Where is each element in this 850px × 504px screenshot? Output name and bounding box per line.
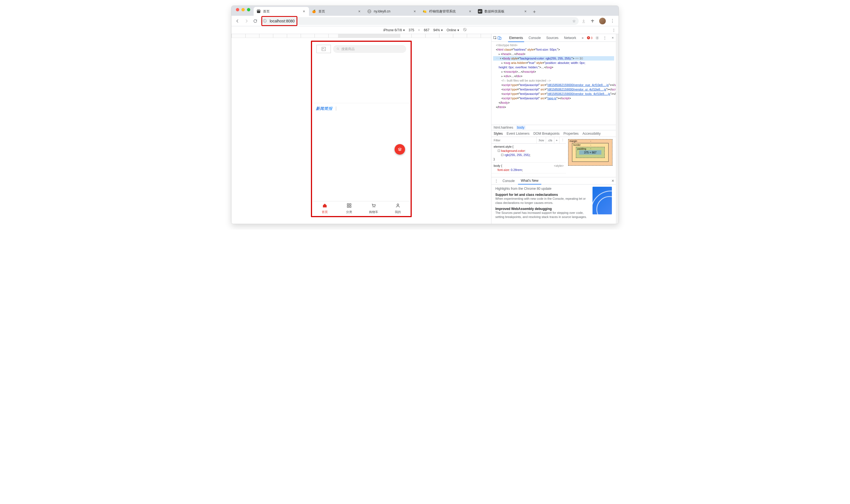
svg-line-11 xyxy=(339,50,340,50)
browser-tab-3[interactable]: 🍋 柠柚情趣管理系统 × xyxy=(420,7,475,16)
reload-button[interactable] xyxy=(251,17,259,25)
dom-node[interactable]: <!doctype html> xyxy=(493,43,614,47)
close-tab-icon[interactable]: × xyxy=(523,9,528,14)
dom-node-selected[interactable]: ⋯ ▾<body style="background-color: rgb(25… xyxy=(493,56,614,60)
browser-tab-4[interactable]: BT 数据科技面板 × xyxy=(475,7,531,16)
drawer-menu-icon[interactable]: ⋮ xyxy=(493,178,499,184)
svg-point-16 xyxy=(373,206,373,207)
dom-node[interactable]: ▸<head>…</head> xyxy=(493,52,614,56)
styles-menu-icon[interactable]: ⋮ xyxy=(559,137,566,143)
tab-title: 首页 xyxy=(263,9,299,14)
browser-tab-0[interactable]: 首页 × xyxy=(254,7,309,16)
close-window-icon[interactable] xyxy=(236,8,239,11)
subtab-styles[interactable]: Styles xyxy=(494,132,503,136)
subtab-listeners[interactable]: Event Listeners xyxy=(507,132,530,136)
maximize-window-icon[interactable] xyxy=(247,8,250,11)
browser-tab-2[interactable]: ny.ldey8.cn × xyxy=(364,7,420,16)
close-drawer-icon[interactable]: × xyxy=(612,178,614,183)
styles-filter-input[interactable] xyxy=(491,139,536,142)
svg-rect-21 xyxy=(500,37,501,39)
dom-node[interactable]: <script type="text/javascript" src="/dll… xyxy=(493,87,614,92)
close-devtools-icon[interactable]: × xyxy=(610,35,616,41)
dom-breadcrumb: html.hairlines body xyxy=(491,125,616,130)
inspect-element-icon[interactable] xyxy=(493,35,497,41)
dom-node[interactable]: ▸<svg aria-hidden="true" style="position… xyxy=(493,60,614,65)
error-count-badge[interactable]: ✕3 xyxy=(587,36,592,39)
tab-sources[interactable]: Sources xyxy=(543,34,561,42)
search-input[interactable]: 搜索商品 xyxy=(333,45,406,53)
throttle-select[interactable]: Online ▾ xyxy=(447,28,459,32)
drawer-tab-console[interactable]: Console xyxy=(500,177,518,184)
tab-label: 我的 xyxy=(395,210,401,214)
dom-node[interactable]: </html> xyxy=(493,105,614,109)
tab-cart[interactable]: 购物车 xyxy=(361,201,386,215)
device-select[interactable]: iPhone 6/7/8 ▾ xyxy=(383,28,404,32)
devtools-status: ✕3 ⋮ × xyxy=(587,35,616,41)
settings-icon[interactable] xyxy=(594,35,600,41)
hov-button[interactable]: :hov xyxy=(536,137,546,143)
drawer-tabs: ⋮ Console What's New × xyxy=(491,177,616,184)
dom-node[interactable]: <script type="text/javascript" src="/app… xyxy=(493,96,614,101)
zoom-select[interactable]: 94% ▾ xyxy=(433,28,443,32)
css-rule[interactable]: <style> body { font-size: 0.28rem; xyxy=(491,163,566,174)
minimize-window-icon[interactable] xyxy=(241,8,245,11)
divider-icon: | xyxy=(335,106,336,111)
tab-home[interactable]: 首页 xyxy=(313,201,337,215)
svg-rect-12 xyxy=(347,203,349,205)
profile-avatar[interactable] xyxy=(599,18,606,24)
device-height[interactable]: 667 xyxy=(424,28,430,32)
dom-tree[interactable]: <!doctype html> <html class="hairlines" … xyxy=(491,42,616,125)
css-rule[interactable]: element.style { ☐ background-color: ☐ rg… xyxy=(491,144,566,163)
site-info-icon[interactable]: ⓘ xyxy=(263,19,267,23)
new-tab-button[interactable]: + xyxy=(531,8,538,16)
favicon-icon xyxy=(256,9,261,14)
search-icon xyxy=(336,47,340,51)
cls-button[interactable]: .cls xyxy=(546,137,554,143)
whatsnew-item-title[interactable]: Support for let and class redeclarations xyxy=(495,193,589,197)
styles-filter-row: :hov .cls + ⋮ xyxy=(491,137,566,144)
subtab-dombp[interactable]: DOM Breakpoints xyxy=(533,132,559,136)
tab-elements[interactable]: Elements xyxy=(506,34,526,42)
browser-menu-icon[interactable]: ⋮ xyxy=(609,17,616,25)
tab-console[interactable]: Console xyxy=(526,34,543,42)
extension-icon[interactable] xyxy=(589,17,596,25)
devtools-menu-icon[interactable]: ⋮ xyxy=(602,35,608,41)
tab-profile[interactable]: 我的 xyxy=(386,201,410,215)
dom-node-comment[interactable]: <!-- built files will be auto injected -… xyxy=(493,78,614,83)
rotate-icon[interactable] xyxy=(463,28,467,32)
dom-node[interactable]: <script type="text/javascript" src="/dll… xyxy=(493,92,614,96)
crumb-item-active[interactable]: body xyxy=(516,126,525,129)
dom-node[interactable]: ▸<noscript>…</noscript> xyxy=(493,69,614,74)
close-tab-icon[interactable]: × xyxy=(302,9,306,14)
downloads-icon[interactable] xyxy=(580,17,588,25)
dom-node[interactable]: <script type="text/javascript" src="/dll… xyxy=(493,83,614,87)
dom-node[interactable]: ▸<div>…</div> xyxy=(493,74,614,78)
address-bar[interactable] xyxy=(260,17,579,25)
dom-node[interactable]: </body> xyxy=(493,101,614,105)
close-tab-icon[interactable]: × xyxy=(468,9,472,14)
tab-more[interactable]: » xyxy=(579,34,586,42)
window-controls xyxy=(234,8,254,14)
drawer-tab-whatsnew[interactable]: What's New xyxy=(518,177,541,184)
toggle-device-toolbar-icon[interactable] xyxy=(498,35,501,41)
new-rule-button[interactable]: + xyxy=(554,137,559,143)
tab-category[interactable]: 分类 xyxy=(337,201,361,215)
back-button[interactable] xyxy=(234,17,241,25)
subtab-a11y[interactable]: Accessibility xyxy=(583,132,601,136)
subtab-props[interactable]: Properties xyxy=(563,132,579,136)
whatsnew-item-title[interactable]: Improved WebAssembly debugging xyxy=(495,207,589,211)
device-width[interactable]: 375 xyxy=(409,28,414,32)
styles-rules: :hov .cls + ⋮ element.style { ☐ backgrou… xyxy=(491,137,566,177)
browser-toolbar: ⓘ ☆ ⋮ xyxy=(231,16,619,26)
crumb-item[interactable]: html.hairlines xyxy=(494,126,513,129)
close-tab-icon[interactable]: × xyxy=(413,9,417,14)
close-tab-icon[interactable]: × xyxy=(357,9,362,14)
forward-button[interactable] xyxy=(243,17,250,25)
bookmark-star-icon[interactable]: ☆ xyxy=(572,19,576,23)
device-toolbar-menu[interactable]: ⋮ xyxy=(612,28,616,32)
floating-action-button[interactable] xyxy=(395,144,405,155)
browser-tab-1[interactable]: 🍊 首页 × xyxy=(309,7,364,16)
scrollbar[interactable] xyxy=(616,34,619,224)
dom-node[interactable]: <html class="hairlines" style="font-size… xyxy=(493,47,614,52)
tab-network[interactable]: Network xyxy=(561,34,579,42)
